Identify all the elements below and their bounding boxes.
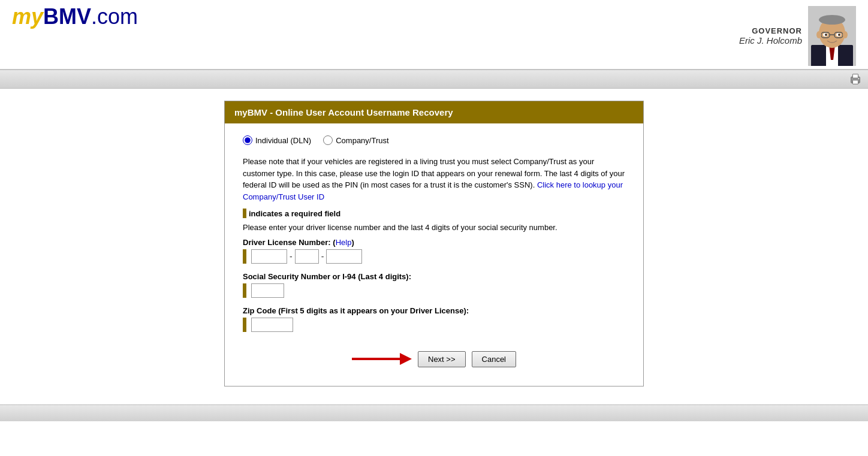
- dl-separator-2: -: [321, 252, 324, 261]
- company-option[interactable]: Company/Trust: [323, 135, 388, 145]
- main-content: myBMV - Online User Account Username Rec…: [0, 89, 868, 398]
- dl-input-part1[interactable]: [251, 249, 287, 264]
- logo-com: .com: [91, 4, 138, 29]
- driver-license-group: Driver License Number: (Help) - -: [243, 238, 625, 264]
- red-arrow: [352, 350, 412, 368]
- site-logo: myBMV.com: [12, 6, 138, 28]
- page-footer: [0, 404, 868, 421]
- zip-input[interactable]: [251, 318, 293, 332]
- logo-bmv: BMV: [43, 4, 91, 29]
- governor-photo: [808, 6, 856, 66]
- svg-marker-20: [400, 353, 412, 365]
- svg-point-18: [858, 78, 860, 79]
- required-gold-bar: [243, 209, 246, 218]
- field-instruction: Please enter your driver license number …: [243, 223, 625, 232]
- dl-help-link[interactable]: Help: [336, 238, 352, 247]
- cancel-button[interactable]: Cancel: [472, 351, 516, 367]
- next-button[interactable]: Next >>: [418, 351, 466, 367]
- action-row: Next >> Cancel: [243, 350, 625, 368]
- individual-label: Individual (DLN): [255, 136, 311, 145]
- svg-point-13: [816, 31, 821, 38]
- dl-required-mark: [243, 249, 246, 264]
- page-header: myBMV.com GOVERNOR Eric J. Holcomb: [0, 0, 868, 70]
- zip-input-row: [243, 318, 625, 332]
- svg-point-14: [843, 31, 848, 38]
- governor-name: Eric J. Holcomb: [739, 35, 802, 46]
- individual-option[interactable]: Individual (DLN): [243, 135, 311, 145]
- zip-required-mark: [243, 318, 246, 332]
- ssn-input[interactable]: [251, 283, 284, 298]
- svg-rect-17: [852, 74, 858, 78]
- dl-input-part2[interactable]: [295, 249, 319, 264]
- customer-type-row: Individual (DLN) Company/Trust: [243, 135, 625, 145]
- dl-label: Driver License Number: (Help): [243, 238, 625, 247]
- individual-radio[interactable]: [243, 135, 252, 145]
- form-container: myBMV - Online User Account Username Rec…: [224, 101, 644, 386]
- print-icon[interactable]: [849, 73, 862, 86]
- svg-point-5: [819, 15, 845, 25]
- form-title: myBMV - Online User Account Username Rec…: [225, 101, 643, 123]
- governor-info: GOVERNOR Eric J. Holcomb: [739, 26, 802, 46]
- dl-separator-1: -: [290, 252, 293, 261]
- ssn-group: Social Security Number or I-94 (Last 4 d…: [243, 272, 625, 298]
- company-radio[interactable]: [323, 135, 333, 145]
- ssn-input-row: [243, 283, 625, 298]
- svg-point-12: [838, 34, 840, 36]
- svg-rect-16: [852, 80, 858, 84]
- governor-section: GOVERNOR Eric J. Holcomb: [739, 6, 856, 66]
- zip-group: Zip Code (First 5 digits as it appears o…: [243, 306, 625, 332]
- zip-label: Zip Code (First 5 digits as it appears o…: [243, 306, 625, 315]
- toolbar: [0, 70, 868, 89]
- governor-label: GOVERNOR: [739, 26, 802, 35]
- dl-input-part3[interactable]: [326, 249, 362, 264]
- logo-my: my: [12, 4, 43, 29]
- ssn-required-mark: [243, 283, 246, 298]
- svg-point-11: [825, 34, 827, 36]
- required-note: indicates a required field: [243, 209, 625, 218]
- info-paragraph: Please note that if your vehicles are re…: [243, 156, 625, 203]
- form-body: Individual (DLN) Company/Trust Please no…: [225, 123, 643, 386]
- company-label: Company/Trust: [336, 136, 388, 145]
- ssn-label: Social Security Number or I-94 (Last 4 d…: [243, 272, 625, 281]
- dl-input-row: - -: [243, 249, 625, 264]
